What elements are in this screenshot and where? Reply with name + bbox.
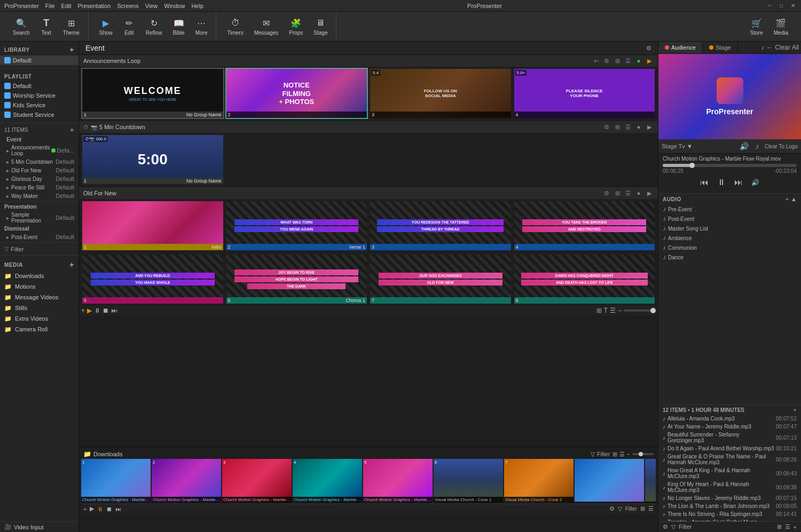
video-fast-forward-btn[interactable]: ⏭ [732,176,745,189]
audio-collapse-btn[interactable]: ▲ [791,196,797,202]
media-button[interactable]: 🎬 Media [769,15,792,38]
announcements-loop-icon[interactable]: ↩ [592,57,600,65]
edit-button[interactable]: ✏ Edit [119,15,139,38]
stage-tab[interactable]: Stage [703,42,738,53]
video-progress-bar[interactable] [663,164,797,167]
close-button[interactable]: ✕ [789,2,797,10]
footer-list-btn[interactable]: ☰ [610,307,616,314]
event-item[interactable]: Event [0,135,78,144]
theme-button[interactable]: ⊞ Theme [59,15,84,38]
dawn-slide[interactable]: DAWN HAS CONQUERED NIGHT AND DEATH HAS L… [513,253,656,305]
footer-add-btn[interactable]: + [81,307,85,314]
redesign-slide[interactable]: YOU REDESIGN THE TATTERED THREAD BY THRE… [369,200,512,251]
library-add-button[interactable]: + [69,45,74,54]
postevent-item[interactable]: ▸ Post-Event Default [0,233,78,241]
media-next-icon[interactable]: ⏭ [115,506,121,512]
media-item-atyourname[interactable]: ♪ At Your Name - Jeremy Riddle.mp3 00:07… [658,423,801,431]
oldnew-play-icon[interactable]: ● [634,189,643,197]
verse1-slide[interactable]: WHAT WAS TORN YOU MEND AGAIN 2 Verse 1 [225,200,368,251]
media-stills[interactable]: 📁 Stills [0,303,78,313]
menu-screens[interactable]: Screens [117,3,138,9]
media-thumb-6[interactable]: 6 Visual Media Church - Cook 1 [434,459,503,503]
announcements-next-icon[interactable]: ▶ [645,57,654,65]
countdown-item[interactable]: ▸ 5 Min Countdown Default [0,157,78,166]
footer-stop-btn[interactable]: ⏹ [103,307,109,314]
media-strip-list-btn[interactable]: ☰ [619,451,625,458]
clear-to-logo-btn[interactable]: Clear To Logo [765,144,798,149]
media-add-button[interactable]: + [69,260,74,269]
menu-view[interactable]: View [145,3,158,9]
restore-button[interactable]: □ [778,2,785,10]
oldnew-grid-icon[interactable]: ⊞ [613,189,622,197]
announcements-list-icon[interactable]: ☰ [624,57,632,65]
countdown-next-icon[interactable]: ▶ [645,123,654,131]
event-settings-icon[interactable]: ⚙ [646,45,651,52]
chorus-slide[interactable]: JOY BEGIN TO RISE HOPE BEGIN TO LIGHT TH… [225,253,368,305]
countdown-slide[interactable]: 5:00 ⏱📷 300.0 1 No Group Name [81,134,224,185]
playlist-worship[interactable]: Worship Service [0,91,78,100]
announcements-play-icon[interactable]: ● [634,57,643,65]
rebuild-slide[interactable]: AND YOU REBUILD YOU MAKE WHOLE 5 [81,253,224,305]
media-thumb-2[interactable]: 2 Church Motion Graphics - Marble Fl... [152,459,221,503]
playlist-kids[interactable]: Kids Service [0,100,78,110]
video-volume-btn[interactable]: 🔊 [749,176,762,189]
media-thumb-4[interactable]: 4 Church Motion Graphics - Marble Fl... [293,459,362,503]
library-default-item[interactable]: Default [0,55,78,65]
media-item-lion[interactable]: ♪ The Lion & The Lamb - Brian Johnson.mp… [658,502,801,510]
clear-all-btn[interactable]: Clear All [775,44,799,51]
media-thumb-1[interactable]: 1 Church Motion Graphics - Marble Fl... [81,459,151,503]
audio-master-song[interactable]: ♪ Master Song List [658,224,801,233]
media-thumb-7[interactable]: 7 Visual Media Church - Cook 2 [504,459,574,503]
oldnew-settings-icon[interactable]: ⚙ [602,189,611,197]
media-item-doitagain[interactable]: ♪ Do It Again - Paul Arend Bethel Worshi… [658,444,801,452]
preview-vol-icon[interactable]: 🔊 [739,141,750,152]
audio-add-btn[interactable]: + [786,196,789,202]
right-filter-icon[interactable]: ▽ [671,523,676,530]
media-filter-icon-bottom[interactable]: ▽ [618,505,622,512]
footer-zoom-slider[interactable] [624,309,656,312]
right-grid-btn[interactable]: ⊞ [777,523,782,530]
footer-grid-btn[interactable]: ⊞ [596,307,602,314]
footer-zoom-out-btn[interactable]: − [618,307,622,314]
audience-tab[interactable]: Audience [658,42,703,53]
store-button[interactable]: 🛒 Store [746,15,767,38]
oldnew-item[interactable]: ▸ Old For New Default [0,166,78,174]
media-settings-icon[interactable]: ⚙ [609,505,615,512]
media-strip-grid-btn[interactable]: ⊞ [612,451,617,458]
stage-button[interactable]: 🖥 Stage [309,15,332,38]
peace-item[interactable]: ▸ Peace Be Still Default [0,183,78,192]
media-item-alleluia[interactable]: ♪ Alleluia - Amanda Cook.mp3 00:07:52 [658,415,801,423]
footer-pause-btn[interactable]: ⏸ [94,307,100,314]
footer-next-btn[interactable]: ⏭ [111,307,117,314]
announcements-grid-icon[interactable]: ⊞ [613,57,622,65]
broken-slide[interactable]: YOU TAKE THE BROKEN AND DESTROYED 4 [513,200,656,251]
media-camera-roll[interactable]: 📁 Camera Roll [0,324,78,335]
oldnew-list-icon[interactable]: ☰ [624,189,632,197]
social-slide[interactable]: FOLLOW US ON SOCIAL MEDIA 5.4 3 [369,68,512,119]
media-item-nostriving[interactable]: ♪ There Is No Striving - Rita Springer.m… [658,510,801,518]
media-list-icon-bottom[interactable]: ☰ [648,505,654,512]
playlist-student[interactable]: Student Service [0,110,78,120]
media-grid-icon-bottom[interactable]: ⊞ [640,505,645,512]
menu-help[interactable]: Help [191,3,203,9]
godex-slide[interactable]: OUR GOD EXCHANGES OLD FOR NEW 7 [369,253,512,305]
media-pause-icon[interactable]: ⏸ [97,506,103,512]
right-settings-icon[interactable]: ⚙ [663,523,668,530]
props-button[interactable]: 🧩 Props [285,15,307,38]
audio-ambience[interactable]: ♪ Ambience [658,233,801,243]
audio-post-event[interactable]: ♪ Post-Event [658,214,801,224]
video-rewind-btn[interactable]: ⏮ [698,176,711,189]
preview-music-icon2[interactable]: ♪ [752,141,763,152]
sample-presentation-item[interactable]: ▸ Sample Presentation Default [0,211,78,225]
reflow-button[interactable]: ↻ Reflow [142,15,167,38]
media-message-videos[interactable]: 📁 Message Videos [0,292,78,303]
countdown-grid-icon[interactable]: ⊞ [613,123,622,131]
footer-text-btn[interactable]: T [604,307,608,314]
countdown-play-icon[interactable]: ● [634,123,643,131]
media-strip-zoom-btn[interactable]: − [627,451,630,457]
oldnew-next-icon[interactable]: ▶ [645,189,654,197]
waymaker-item[interactable]: ▸ Way Maker Default [0,192,78,200]
media-extra-videos[interactable]: 📁 Extra Videos [0,313,78,324]
media-thumb-5[interactable]: 5 Church Motion Graphics - Marble Fl... [363,459,433,503]
right-add-btn[interactable]: + [794,524,797,530]
